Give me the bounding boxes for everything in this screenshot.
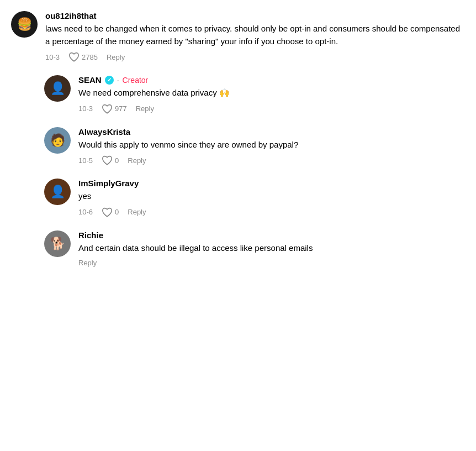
comment-date: 10-3 (45, 53, 60, 61)
comment-text: We need comprehensive data privacy 🙌 (78, 87, 465, 99)
like-section: 0 (102, 155, 119, 165)
comment-text: yes (78, 190, 465, 203)
avatar-emoji: 🐕 (50, 237, 65, 251)
dot-separator: · (117, 76, 119, 85)
comment-body: Richie And certain data should be illega… (78, 230, 465, 268)
username: SEAN (78, 75, 102, 85)
avatar-emoji: 👤 (50, 185, 65, 199)
comment-meta: 10-3 977 Reply (78, 104, 465, 114)
comment-meta: 10-6 0 Reply (78, 207, 465, 217)
username: ImSimplyGravy (78, 179, 139, 188)
comment-header: Richie (78, 230, 465, 240)
reply-button[interactable]: Reply (136, 104, 154, 113)
creator-label: Creator (123, 76, 149, 85)
heart-icon[interactable] (102, 207, 113, 217)
avatar: 👤 (44, 75, 71, 102)
username: AlwaysKrista (78, 127, 130, 137)
comment-item: 🧑 AlwaysKrista Would this apply to venmo… (44, 127, 465, 166)
heart-icon[interactable] (102, 104, 113, 114)
avatar: 👤 (44, 179, 71, 205)
reply-button[interactable]: Reply (78, 259, 97, 267)
like-count: 977 (115, 104, 127, 113)
reply-button[interactable]: Reply (107, 53, 125, 61)
like-count: 2785 (82, 53, 98, 61)
reply-button[interactable]: Reply (128, 156, 146, 165)
comment-body: SEAN✓·Creator We need comprehensive data… (78, 75, 465, 114)
comment-item: 👤 ImSimplyGravy yes 10-6 0 Reply (44, 179, 465, 217)
comment-item: 🍔 ou812ih8that laws need to be changed w… (11, 11, 465, 62)
comment-body: AlwaysKrista Would this apply to venmo s… (78, 127, 465, 166)
avatar-emoji: 👤 (50, 81, 65, 96)
comment-text: Would this apply to venmo since they are… (78, 139, 465, 151)
heart-icon[interactable] (102, 155, 113, 165)
comment-header: AlwaysKrista (78, 127, 465, 137)
comment-meta: 10-5 0 Reply (78, 155, 465, 165)
comment-header: ou812ih8that (45, 11, 465, 20)
heart-icon[interactable] (68, 52, 80, 62)
comment-date: 10-3 (78, 104, 93, 113)
like-section: 2785 (68, 52, 98, 62)
avatar-emoji: 🍔 (17, 17, 32, 32)
avatar: 🍔 (11, 11, 38, 38)
comment-body: ImSimplyGravy yes 10-6 0 Reply (78, 179, 465, 217)
reply-button[interactable]: Reply (128, 208, 146, 216)
comment-meta: 10-3 2785 Reply (45, 52, 465, 62)
verified-badge: ✓ (105, 76, 114, 85)
comment-meta: Reply (78, 259, 465, 267)
like-count: 0 (115, 156, 119, 165)
like-section: 977 (102, 104, 127, 114)
comment-date: 10-5 (78, 156, 93, 165)
comment-date: 10-6 (78, 208, 93, 216)
comment-item: 👤 SEAN✓·Creator We need comprehensive da… (44, 75, 465, 114)
comment-text: And certain data should be illegal to ac… (78, 242, 465, 255)
comment-text: laws need to be changed when it comes to… (45, 23, 465, 48)
comment-body: ou812ih8that laws need to be changed whe… (45, 11, 465, 62)
username: ou812ih8that (45, 11, 97, 20)
avatar-emoji: 🧑 (50, 133, 65, 148)
comment-item: 🐕 Richie And certain data should be ille… (44, 230, 465, 268)
like-count: 0 (115, 208, 119, 216)
like-section: 0 (102, 207, 119, 217)
avatar: 🐕 (44, 230, 71, 257)
username: Richie (78, 230, 103, 240)
comment-header: ImSimplyGravy (78, 179, 465, 188)
avatar: 🧑 (44, 127, 71, 154)
comment-header: SEAN✓·Creator (78, 75, 465, 85)
